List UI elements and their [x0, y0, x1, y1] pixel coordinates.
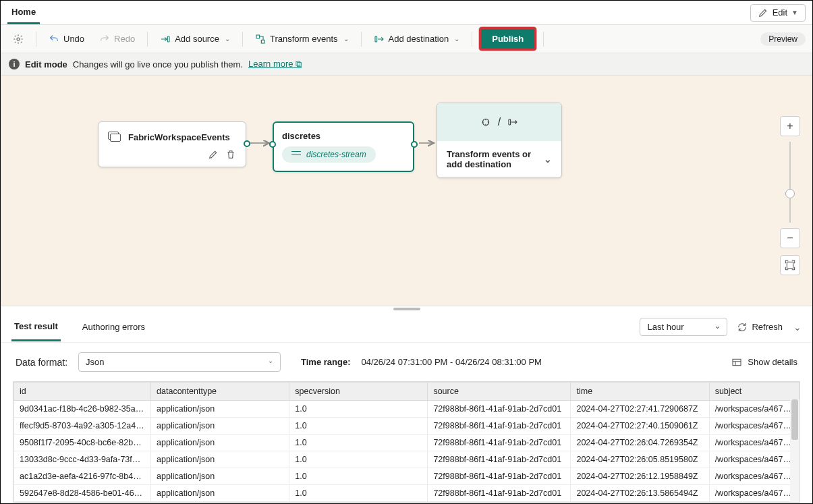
- chevron-down-icon[interactable]: ⌄: [793, 322, 802, 333]
- design-canvas[interactable]: FabricWorkspaceEvents discretes discrete…: [1, 76, 812, 306]
- input-port[interactable]: [269, 141, 276, 148]
- stream-pill[interactable]: discretes-stream: [282, 146, 376, 163]
- refresh-label: Refresh: [752, 322, 783, 332]
- table-row[interactable]: 9508f1f7-2095-40c8-bc6e-82bc942applicati…: [14, 435, 800, 451]
- cell-dct: application/json: [151, 418, 289, 435]
- cell-dct: application/json: [151, 435, 289, 451]
- tab-authoring-errors[interactable]: Authoring errors: [80, 314, 148, 340]
- time-range-dropdown[interactable]: Last hour: [640, 318, 727, 336]
- output-port[interactable]: [411, 141, 418, 148]
- chevron-down-icon: ⌄: [454, 35, 459, 43]
- cell-id: 13033d8c-9ccc-4d33-9afa-73f5c95: [14, 451, 151, 468]
- trash-icon[interactable]: [225, 149, 236, 160]
- scrollbar-thumb[interactable]: [791, 399, 798, 440]
- cell-time: 2024-04-27T02:26:04.7269354Z: [571, 435, 709, 451]
- zoom-in-button[interactable]: +: [780, 116, 800, 136]
- add-source-button[interactable]: Add source ⌄: [155, 30, 235, 49]
- svg-rect-3: [261, 40, 264, 43]
- cell-time: 2024-04-27T02:26:12.1958849Z: [571, 468, 709, 485]
- undo-label: Undo: [63, 34, 84, 44]
- col-time[interactable]: time: [571, 383, 709, 401]
- table-row[interactable]: 9d0341ac-f18b-4c26-b982-35a1d1fapplicati…: [14, 401, 800, 418]
- gear-icon: [13, 34, 24, 45]
- edit-button[interactable]: Edit ▼: [750, 4, 806, 22]
- preview-badge: Preview: [760, 32, 806, 46]
- cell-sub: /workspaces/a467253e: [709, 418, 799, 435]
- transform-events-label: Transform events: [270, 34, 338, 44]
- col-src[interactable]: source: [428, 383, 571, 401]
- results-grid[interactable]: id datacontenttype specversion source ti…: [13, 381, 800, 503]
- tab-test-result[interactable]: Test result: [11, 313, 61, 341]
- output-port[interactable]: [244, 140, 250, 147]
- node-destination-placeholder[interactable]: / Transform events or add destination ⌄: [437, 103, 562, 178]
- col-subject[interactable]: subject: [709, 383, 799, 401]
- undo-button[interactable]: Undo: [43, 30, 90, 49]
- cell-sub: /workspaces/a467253e: [709, 451, 799, 468]
- stream-name: discretes-stream: [306, 150, 366, 159]
- stream-icon: [291, 151, 301, 158]
- add-destination-button[interactable]: Add destination ⌄: [368, 30, 466, 49]
- details-icon: [731, 357, 742, 368]
- table-row[interactable]: 592647e8-8d28-4586-be01-46df52applicatio…: [14, 485, 800, 502]
- zoom-thumb[interactable]: [785, 189, 795, 198]
- refresh-button[interactable]: Refresh: [737, 322, 783, 333]
- redo-button: Redo: [94, 30, 140, 49]
- fit-icon: [785, 260, 795, 271]
- grid-scrollbar[interactable]: [790, 399, 800, 502]
- svg-rect-2: [256, 35, 260, 38]
- panel-splitter[interactable]: [1, 306, 812, 312]
- learn-more-link[interactable]: Learn more ⧉: [248, 59, 302, 69]
- node-source[interactable]: FabricWorkspaceEvents: [98, 121, 246, 167]
- caret-down-icon: ▼: [791, 9, 798, 16]
- table-row[interactable]: ac1a2d3e-aefa-4216-97fc-8b43d70applicati…: [14, 468, 800, 485]
- cell-id: 592647e8-8d28-4586-be01-46df52: [14, 485, 151, 502]
- chevron-down-icon: ⌄: [268, 357, 273, 367]
- cell-src: 72f988bf-86f1-41af-91ab-2d7cd01: [428, 468, 571, 485]
- info-message: Changes will go live once you publish th…: [73, 59, 243, 69]
- cell-sub: /workspaces/a467253e: [709, 468, 799, 485]
- undo-icon: [49, 34, 59, 45]
- data-format-select[interactable]: Json ⌄: [78, 352, 281, 372]
- node-transform[interactable]: discretes discretes-stream: [273, 121, 414, 172]
- col-sv[interactable]: specversion: [289, 383, 428, 401]
- cell-src: 72f988bf-86f1-41af-91ab-2d7cd01: [428, 485, 571, 502]
- zoom-out-button[interactable]: −: [780, 228, 800, 248]
- destination-out-icon: [507, 117, 518, 128]
- settings-button[interactable]: [7, 30, 29, 49]
- source-in-icon: [160, 34, 171, 45]
- slash: /: [498, 116, 501, 128]
- cell-dct: application/json: [151, 451, 289, 468]
- time-range-value: 04/26/24 07:31:00 PM - 04/26/24 08:31:00…: [361, 357, 541, 367]
- show-details-button[interactable]: Show details: [731, 357, 797, 368]
- col-id[interactable]: id: [14, 383, 151, 401]
- publish-button[interactable]: Publish: [479, 27, 536, 51]
- svg-rect-6: [509, 119, 511, 125]
- tab-home[interactable]: Home: [7, 1, 40, 24]
- redo-icon: [99, 34, 110, 45]
- svg-rect-1: [167, 36, 169, 42]
- transform-events-button[interactable]: Transform events ⌄: [250, 30, 354, 49]
- cell-time: 2024-04-27T02:27:41.7290687Z: [571, 401, 709, 418]
- pencil-icon: [758, 7, 768, 18]
- col-dct[interactable]: datacontenttype: [151, 383, 289, 401]
- info-bar: i Edit mode Changes will go live once yo…: [1, 53, 812, 76]
- cell-time: 2024-04-27T02:26:05.8519580Z: [571, 451, 709, 468]
- table-row[interactable]: ffecf9d5-8703-4a92-a305-12a423bapplicati…: [14, 418, 800, 435]
- fit-to-screen-button[interactable]: [780, 255, 800, 275]
- cell-id: 9508f1f7-2095-40c8-bc6e-82bc942: [14, 435, 151, 451]
- cell-sub: /workspaces/a467253e: [709, 485, 799, 502]
- svg-rect-4: [375, 36, 377, 42]
- node-destination-label: Transform events or add destination: [447, 149, 541, 169]
- cell-src: 72f988bf-86f1-41af-91ab-2d7cd01: [428, 451, 571, 468]
- table-row[interactable]: 13033d8c-9ccc-4d33-9afa-73f5c95applicati…: [14, 451, 800, 468]
- zoom-slider[interactable]: [789, 142, 791, 223]
- svg-rect-7: [787, 262, 793, 268]
- cell-sv: 1.0: [289, 401, 428, 418]
- chevron-down-icon[interactable]: ⌄: [544, 154, 552, 165]
- cell-id: ac1a2d3e-aefa-4216-97fc-8b43d70: [14, 468, 151, 485]
- pencil-icon[interactable]: [208, 149, 219, 160]
- data-format-label: Data format:: [16, 357, 67, 368]
- workspace-events-icon: [108, 132, 121, 142]
- cell-sv: 1.0: [289, 485, 428, 502]
- edit-label: Edit: [773, 7, 787, 18]
